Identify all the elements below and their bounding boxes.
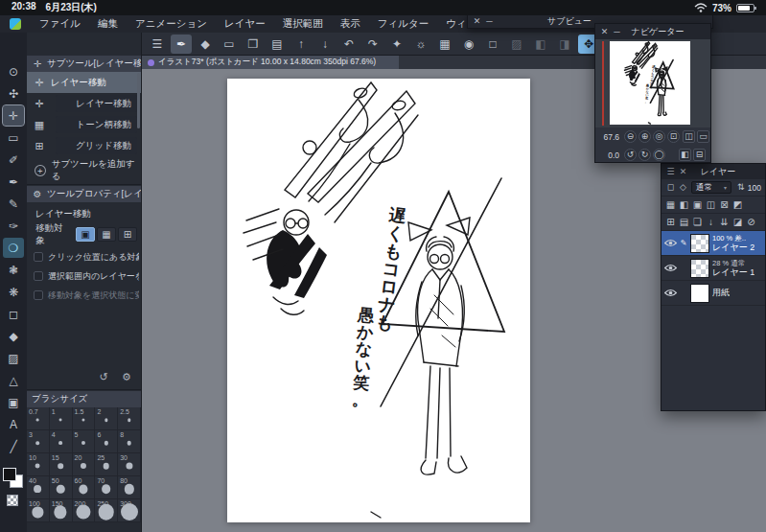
menu-item-6[interactable]: フィルター	[369, 17, 437, 31]
zoom-tool-icon[interactable]: ⊙	[3, 61, 24, 81]
navigator-titlebar[interactable]: ✕─ ナビゲーター	[595, 24, 710, 39]
navigator-preview[interactable]	[595, 39, 710, 127]
visibility-eye-icon[interactable]	[664, 264, 677, 272]
layer-thumbnail[interactable]	[690, 234, 709, 253]
menu-item-3[interactable]: レイヤー	[216, 17, 274, 31]
main-menu-icon[interactable]: ☰	[147, 35, 168, 54]
import-icon[interactable]: ↓	[314, 35, 336, 54]
brush-size-15[interactable]: 15	[50, 453, 73, 476]
checkbox[interactable]	[34, 290, 43, 300]
brush-size-1.5[interactable]: 1.5	[73, 407, 96, 430]
folder-icon[interactable]: ▤	[267, 35, 288, 54]
layer-settings-icon[interactable]: ◩	[731, 198, 744, 212]
clip-icon[interactable]: ▦	[664, 198, 677, 212]
blend-mode-select[interactable]: 通常	[691, 181, 731, 194]
collapse-icon[interactable]: ─	[612, 28, 622, 36]
mask-b-icon[interactable]: ◧	[530, 35, 551, 54]
mask-a-icon[interactable]: ▨	[506, 35, 527, 54]
document-tab[interactable]: イラスト73* (ポストカード 10.00 x 14.80cm 350dpi 6…	[142, 56, 399, 69]
subtool-item-layer-move[interactable]: ✛レイヤー移動	[27, 72, 141, 93]
blend-tool-icon[interactable]: ❍	[3, 238, 24, 258]
lock-alpha-icon[interactable]: ▣	[691, 198, 704, 212]
brush-size-40[interactable]: 40	[27, 476, 50, 499]
zoom-out-icon[interactable]: ⊖	[624, 130, 637, 143]
delete-layer-icon[interactable]: ⊘	[745, 216, 757, 229]
flip-horizontal-icon[interactable]: ◧	[679, 149, 691, 161]
lock-icon[interactable]: ◧	[678, 198, 690, 212]
airbrush-tool-icon[interactable]: ❃	[3, 260, 24, 280]
undo-icon[interactable]: ↶	[338, 35, 360, 54]
settings-icon[interactable]: ⚙	[120, 370, 133, 383]
visibility-eye-icon[interactable]	[664, 239, 677, 247]
fill-tool-icon[interactable]: ◆	[3, 326, 24, 346]
menu-item-2[interactable]: アニメーション	[127, 17, 216, 31]
snap-icon[interactable]: ☼	[410, 35, 431, 54]
option-checkbox-row-2[interactable]: 移動対象を選択状態に変更	[34, 286, 139, 305]
tool-history-icon[interactable]: ◆	[195, 35, 216, 54]
target-layer-icon[interactable]: ▣	[76, 227, 95, 242]
panel-menu-icon[interactable]: ☰	[665, 168, 676, 176]
flip-preview-icon[interactable]: ◫	[683, 130, 695, 143]
blend-thumb-icon[interactable]: ◻	[665, 183, 676, 192]
mask-icon[interactable]: ◫	[705, 198, 717, 212]
mask-c-icon[interactable]: ◨	[554, 35, 575, 54]
new-layer-icon[interactable]: ⊞	[664, 216, 677, 229]
eraser-tool-icon[interactable]: ◻	[3, 304, 24, 324]
flip-vertical-icon[interactable]: ⊟	[693, 149, 706, 161]
layer-row-0[interactable]: ✎100 % 差..レイヤー 2	[662, 231, 765, 256]
eyedropper-tool-icon[interactable]: ✐	[3, 150, 24, 170]
marquee-icon[interactable]: ▭	[219, 35, 240, 54]
grid-icon[interactable]: ▦	[434, 35, 455, 54]
fill-icon[interactable]: ◉	[458, 35, 479, 54]
new-folder-icon[interactable]: ▤	[678, 216, 690, 229]
canvas-page[interactable]	[227, 79, 530, 522]
reset-rotation-icon[interactable]: ◯	[653, 149, 665, 161]
ruler-icon[interactable]: ⊠	[718, 198, 731, 212]
ruler-tool-icon[interactable]: ╱	[3, 436, 24, 456]
tool-property-header[interactable]: ⚙ ツールプロパティ[レイヤ	[27, 186, 141, 202]
duplicate-icon[interactable]: ❏	[691, 216, 704, 229]
target-multiple-icon[interactable]: ▦	[97, 227, 116, 242]
history-icon[interactable]: ↺	[97, 370, 110, 383]
checkbox[interactable]	[34, 271, 43, 281]
brush-size-250[interactable]: 250	[95, 499, 118, 522]
layer-thumbnail[interactable]	[690, 259, 709, 278]
zoom-in-icon[interactable]: ⊕	[638, 130, 651, 143]
close-icon[interactable]: ✕	[678, 168, 688, 176]
frame-icon[interactable]: □	[482, 35, 503, 54]
option-checkbox-row-1[interactable]: 選択範囲内のレイヤーを移動	[34, 266, 139, 286]
app-logo[interactable]	[10, 18, 21, 30]
move-tool-icon[interactable]: ✛	[3, 105, 24, 126]
option-checkbox-row-0[interactable]: クリック位置にある対象を移動	[34, 247, 139, 266]
brush-size-20[interactable]: 20	[73, 453, 96, 476]
brush-size-60[interactable]: 60	[73, 476, 96, 499]
brush-size-5[interactable]: 5	[73, 430, 96, 453]
figure-tool-icon[interactable]: △	[3, 370, 24, 390]
decoration-tool-icon[interactable]: ❋	[3, 282, 24, 302]
brush-size-200[interactable]: 200	[73, 499, 96, 522]
brush-tool-icon[interactable]: ✑	[3, 216, 24, 236]
pencil-tool-icon[interactable]: ✎	[3, 194, 24, 214]
opacity-stepper-icon[interactable]: ⇅	[736, 183, 746, 192]
brush-size-25[interactable]: 25	[95, 453, 118, 476]
fit-screen-icon[interactable]: ◎	[653, 130, 665, 143]
checkbox[interactable]	[34, 252, 43, 262]
brush-size-10[interactable]: 10	[27, 453, 50, 476]
rotate-left-icon[interactable]: ↺	[624, 149, 637, 161]
frame-tool-icon[interactable]: ▣	[3, 392, 24, 412]
export-icon[interactable]: ↑	[290, 35, 312, 54]
visibility-eye-icon[interactable]	[664, 289, 677, 297]
brush-size-header[interactable]: ブラシサイズ	[27, 391, 141, 407]
clipboard-icon[interactable]: ❐	[243, 35, 264, 54]
redo-icon[interactable]: ↷	[362, 35, 383, 54]
clear-icon[interactable]: ✦	[386, 35, 407, 54]
gradient-tool-icon[interactable]: ▨	[3, 348, 24, 368]
menu-item-5[interactable]: 表示	[332, 17, 369, 31]
layer-panel-titlebar[interactable]: ☰✕ レイヤー	[662, 164, 765, 179]
active-tool-icon[interactable]: ✒	[171, 35, 192, 54]
subtool-item-layer-move-alt[interactable]: ✛レイヤー移動	[27, 93, 141, 114]
brush-size-2.5[interactable]: 2.5	[118, 407, 141, 430]
close-icon[interactable]: ✕	[472, 17, 482, 26]
main-color-swatch[interactable]	[3, 468, 16, 481]
subtool-item-tone-move[interactable]: ▦トーン柄移動	[27, 114, 141, 135]
